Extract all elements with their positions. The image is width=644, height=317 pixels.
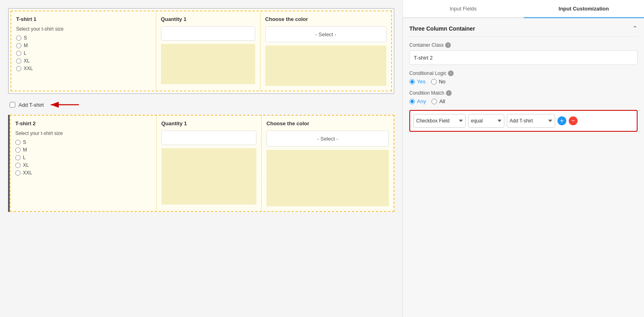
cond-logic-yes[interactable]: Yes (409, 79, 425, 85)
tshirt2-title: T-shirt 2 (15, 120, 151, 126)
tshirt1-color-label: Choose the color (265, 16, 386, 22)
tshirt2-size-l[interactable]: L (15, 155, 151, 160)
tshirt2-size-s[interactable]: S (15, 139, 151, 145)
remove-condition-button[interactable]: − (569, 116, 578, 125)
tshirt2-color-label: Choose the color (266, 120, 389, 126)
tshirt1-qty-empty (161, 44, 255, 84)
add-tshirt-checkbox[interactable] (10, 102, 15, 108)
tshirt2-qty-input[interactable] (161, 131, 256, 145)
tshirt2-col2: Quantity 1 (157, 116, 262, 211)
tshirt2-color-empty (266, 150, 389, 206)
tshirt2-col1: T-shirt 2 Select your t-shirt size S M L… (10, 116, 157, 211)
left-panel: T-shirt 1 Select your t-shirt size S M L… (0, 0, 402, 317)
condition-field-select[interactable]: Checkbox Field (413, 114, 466, 128)
tshirt2-size-xxl[interactable]: XXL (15, 170, 151, 176)
tab-input-fields[interactable]: Input Fields (403, 0, 524, 18)
tshirt1-size-m[interactable]: M (16, 43, 151, 48)
tshirt1-qty-label: Quantity 1 (161, 16, 255, 22)
tshirt2-size-label: Select your t-shirt size (15, 131, 151, 136)
tshirt2-inner: T-shirt 2 Select your t-shirt size S M L… (10, 115, 394, 212)
container-class-input[interactable] (409, 50, 638, 65)
tshirt2-color-select[interactable]: - Select - (266, 131, 389, 147)
condition-match-label: Condition Match i (409, 90, 638, 96)
add-condition-button[interactable]: + (557, 116, 566, 125)
cond-match-any[interactable]: Any (409, 98, 426, 104)
tshirt1-col2: Quantity 1 (156, 11, 260, 91)
tshirt2-qty-label: Quantity 1 (161, 120, 256, 126)
section-header: Three Column Container ⌃ (409, 25, 638, 37)
tshirt1-size-s[interactable]: S (16, 35, 151, 41)
tshirt1-col1: T-shirt 1 Select your t-shirt size S M L… (11, 11, 156, 91)
add-tshirt-row: Add T-shirt (10, 99, 394, 111)
tshirt2-qty-empty (161, 148, 256, 205)
tshirt1-size-label: Select your t-shirt size (16, 26, 151, 32)
condition-operator-select[interactable]: equal (468, 114, 504, 128)
tshirt2-block: T-shirt 2 Select your t-shirt size S M L… (8, 115, 394, 212)
tshirt1-block: T-shirt 1 Select your t-shirt size S M L… (8, 8, 394, 94)
tab-input-customization[interactable]: Input Customization (524, 0, 644, 18)
condition-match-options: Any All (409, 98, 638, 104)
condition-match-group: Condition Match i Any All (409, 90, 638, 104)
tshirt1-color-empty (265, 46, 386, 86)
condition-match-info-icon[interactable]: i (446, 90, 452, 96)
tshirt2-col3: Choose the color - Select - (262, 116, 394, 211)
conditional-logic-group: Conditional Logic i Yes No (409, 70, 638, 85)
condition-row: Checkbox Field equal Add T-shirt + − (409, 110, 638, 132)
tshirt2-size-m[interactable]: M (15, 147, 151, 153)
tshirt1-qty-input[interactable] (161, 26, 255, 41)
container-class-label: Container Class i (409, 42, 638, 48)
condition-value-select[interactable]: Add T-shirt (507, 114, 555, 128)
tshirt1-size-xxl[interactable]: XXL (16, 66, 151, 71)
section-title: Three Column Container (409, 25, 475, 32)
tshirt1-size-xl[interactable]: XL (16, 58, 151, 64)
add-tshirt-label: Add T-shirt (19, 102, 44, 108)
tshirt2-size-xl[interactable]: XL (15, 162, 151, 168)
tshirt1-size-l[interactable]: L (16, 50, 151, 56)
tshirt1-title: T-shirt 1 (16, 16, 151, 22)
right-panel: Input Fields Input Customization Three C… (402, 0, 644, 317)
tshirt1-inner: T-shirt 1 Select your t-shirt size S M L… (10, 10, 392, 91)
tshirt1-col3: Choose the color - Select - (260, 11, 391, 91)
cond-logic-no[interactable]: No (431, 79, 446, 85)
red-arrow-icon (49, 99, 81, 111)
conditional-logic-info-icon[interactable]: i (448, 70, 454, 76)
chevron-up-icon[interactable]: ⌃ (632, 25, 638, 32)
conditional-logic-options: Yes No (409, 79, 638, 85)
conditional-logic-label: Conditional Logic i (409, 70, 638, 76)
container-class-group: Container Class i (409, 42, 638, 65)
right-content: Three Column Container ⌃ Container Class… (403, 18, 644, 317)
tshirt1-color-select[interactable]: - Select - (265, 26, 386, 42)
cond-match-all[interactable]: All (431, 98, 445, 104)
container-class-info-icon[interactable]: i (445, 42, 451, 48)
right-tabs: Input Fields Input Customization (403, 0, 644, 18)
